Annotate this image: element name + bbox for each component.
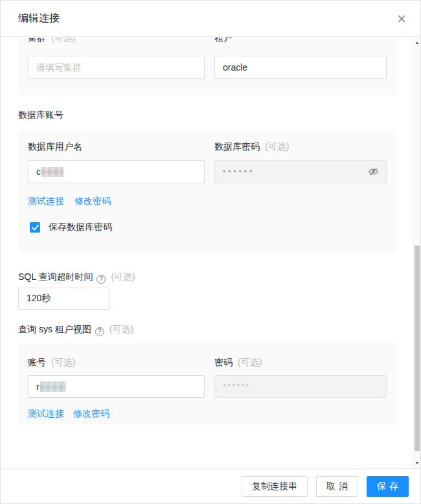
tenant-input[interactable] <box>214 56 387 79</box>
scrollbar-down-icon[interactable]: ▼ <box>414 461 420 465</box>
eye-invisible-icon[interactable] <box>368 166 379 178</box>
sys-account-optional: (可选) <box>51 357 75 367</box>
db-links-row: 测试连接 修改密码 <box>28 196 111 207</box>
tenant-label: 租户 <box>214 38 233 44</box>
sql-timeout-label: SQL 查询超时时间?(可选) <box>18 271 135 284</box>
sql-timeout-input[interactable] <box>18 288 109 310</box>
sys-password-placeholder: ****** <box>223 382 250 391</box>
db-account-panel: 数据库用户名 数据库密码(可选) c •••••• 测试连接 修改密码 <box>18 130 397 253</box>
sys-account-value: r <box>36 382 40 392</box>
sys-view-section-title: 查询 sys 租户视图?(可选) <box>18 323 133 336</box>
help-icon[interactable]: ? <box>95 327 104 336</box>
db-username-label: 数据库用户名 <box>28 141 82 153</box>
sys-view-title-text: 查询 sys 租户视图 <box>18 324 91 334</box>
db-username-value: c <box>36 166 41 177</box>
db-password-input[interactable]: •••••• <box>214 160 387 183</box>
db-password-label-text: 数据库密码 <box>214 141 260 152</box>
save-password-label: 保存数据库密码 <box>49 222 112 233</box>
help-icon[interactable]: ? <box>97 275 106 284</box>
sys-password-label-text: 密码 <box>214 357 233 367</box>
sys-password-input[interactable]: ****** <box>214 375 387 398</box>
copy-connection-string-button[interactable]: 复制连接串 <box>242 476 308 497</box>
save-button[interactable]: 保存 <box>367 476 409 497</box>
tenant-label-text: 租户 <box>214 38 233 43</box>
sys-password-optional: (可选) <box>238 357 262 367</box>
sys-account-panel: 账号(可选) 密码(可选) r ****** 测试连接 修改密码 <box>18 343 397 425</box>
checkmark-icon <box>32 225 39 231</box>
dialog-body: 集群(可选) 租户 数据库账号 数据库用户名 数据库密码(可选) c •••••… <box>1 38 420 468</box>
db-username-input[interactable]: c <box>28 160 205 183</box>
db-password-masked: •••••• <box>223 167 255 176</box>
cluster-optional: (可选) <box>51 38 75 43</box>
change-password-link[interactable]: 修改密码 <box>73 408 109 420</box>
dialog-header: 编辑连接 × <box>1 1 420 37</box>
sys-account-input[interactable]: r <box>28 375 205 398</box>
sys-view-optional: (可选) <box>109 324 133 334</box>
sys-account-label: 账号(可选) <box>28 357 75 369</box>
scrollbar-track[interactable]: ▲ ▼ <box>413 38 420 468</box>
sql-timeout-optional: (可选) <box>111 271 135 282</box>
cancel-button[interactable]: 取消 <box>316 476 358 497</box>
redacted-account <box>40 382 66 392</box>
close-icon[interactable]: × <box>393 11 410 27</box>
sys-links-row: 测试连接 修改密码 <box>28 408 109 420</box>
save-password-checkbox[interactable] <box>30 222 40 233</box>
cluster-label: 集群(可选) <box>28 38 75 44</box>
edit-connection-dialog: 编辑连接 × 集群(可选) 租户 数据库账号 数据库用户名 数据库密码(可选) … <box>0 0 421 504</box>
change-password-link[interactable]: 修改密码 <box>74 196 111 207</box>
page-title: 编辑连接 <box>18 12 60 25</box>
sql-timeout-label-text: SQL 查询超时时间 <box>18 271 93 282</box>
sys-password-label: 密码(可选) <box>214 357 262 369</box>
db-account-section-title: 数据库账号 <box>18 109 63 121</box>
redacted-username <box>41 167 63 177</box>
sys-account-label-text: 账号 <box>28 357 46 367</box>
cluster-label-text: 集群 <box>28 38 46 43</box>
scrollbar-up-icon[interactable]: ▲ <box>414 40 420 45</box>
save-password-row: 保存数据库密码 <box>30 222 112 233</box>
test-connection-link[interactable]: 测试连接 <box>28 196 64 207</box>
scrollbar-thumb[interactable] <box>415 246 420 451</box>
db-password-optional: (可选) <box>265 141 289 152</box>
test-connection-link[interactable]: 测试连接 <box>28 408 64 420</box>
dialog-footer: 复制连接串 取消 保存 <box>1 468 420 503</box>
db-password-label: 数据库密码(可选) <box>214 141 289 153</box>
cluster-input[interactable] <box>28 56 205 79</box>
